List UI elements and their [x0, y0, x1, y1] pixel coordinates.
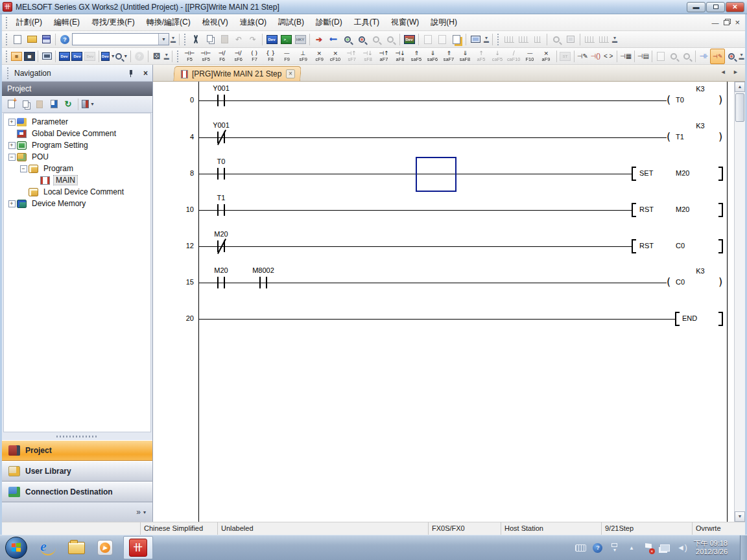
tree-expand-icon[interactable]: + [8, 200, 16, 207]
note-jump-icon[interactable] [449, 32, 464, 47]
new-project-icon[interactable] [10, 32, 25, 47]
contact-no[interactable]: Y001 [217, 95, 225, 106]
toolbar-overflow-icon[interactable]: ▾▬ [482, 32, 490, 47]
nav-project-button[interactable]: Project [2, 440, 152, 461]
file-explorer-icon[interactable] [67, 538, 86, 557]
toolbar-overflow-icon[interactable]: ▾▬ [169, 32, 177, 47]
volume-icon[interactable]: ◄) [676, 543, 687, 553]
action-center-icon[interactable] [643, 543, 654, 553]
network-icon[interactable] [659, 543, 670, 553]
contact-no[interactable]: T0 [217, 168, 225, 180]
read-from-plc-icon[interactable]: 🠔 [326, 32, 340, 47]
ladder-symbol-button[interactable]: ⊣⊢ sF5 [198, 49, 214, 64]
menu-item[interactable]: 計劃(P) [10, 15, 48, 30]
ladder-symbol-button[interactable]: ⊣⊢ F5 [182, 49, 198, 64]
ladder-symbol-button[interactable]: ⊣↓ sF8 [360, 49, 376, 64]
tree-item[interactable]: Global Device Comment [4, 128, 150, 139]
save-project-icon[interactable] [39, 32, 53, 47]
output-window-icon[interactable] [40, 49, 53, 64]
nav-more-buttons[interactable]: »▾ [2, 502, 152, 522]
find-binoculars-icon[interactable]: ⚄ [150, 49, 163, 64]
refresh-icon[interactable]: ↻ [62, 98, 75, 111]
device-display-icon[interactable]: Dev [402, 32, 416, 47]
device-comment-icon[interactable]: Dev [265, 32, 279, 47]
device-table-icon[interactable]: ⊣▦ [619, 49, 632, 64]
menu-item[interactable]: 轉換/編譯(C) [141, 15, 196, 30]
navigation-close-icon[interactable]: × [141, 69, 150, 78]
cut-icon[interactable] [189, 32, 203, 47]
ladder-symbol-button[interactable]: ⊣↑ aF7 [376, 49, 392, 64]
ladder-symbol-button[interactable]: × cF10 [327, 49, 344, 64]
restore-button[interactable] [706, 2, 725, 12]
edit-rung-icon[interactable]: < > [602, 49, 615, 64]
ladder-symbol-button[interactable]: — F10 [522, 49, 538, 64]
close-button[interactable]: ✕ [726, 2, 744, 12]
internet-explorer-icon[interactable]: e [38, 538, 58, 557]
tree-expand-icon[interactable]: − [8, 154, 16, 161]
start-button[interactable] [5, 537, 27, 559]
combo-dropdown-icon[interactable]: ▼ [158, 34, 169, 45]
device-monitor-icon[interactable]: >_ [279, 32, 293, 47]
menu-item[interactable]: 工具(T) [348, 15, 385, 30]
navigation-toggle-icon[interactable]: ⊞ [10, 49, 23, 64]
device-view-icon[interactable]: Dev▼ [101, 49, 115, 64]
ladder-symbol-button[interactable]: ⇓ saF8 [457, 49, 473, 64]
open-project-icon[interactable] [25, 32, 39, 47]
mdi-restore-button[interactable] [724, 20, 729, 25]
device-find-icon[interactable]: Dev [58, 49, 71, 64]
ladder-symbol-button[interactable]: ⊥ sF9 [295, 49, 311, 64]
instruction-device[interactable]: M20 [676, 205, 689, 213]
show-desktop-button[interactable] [740, 535, 747, 560]
ladder-symbol-button[interactable]: ↓ caF5 [490, 49, 506, 64]
scroll-down-icon[interactable]: ▼ [735, 511, 745, 522]
coil-device[interactable]: C0 [676, 278, 685, 286]
ladder-symbol-button[interactable]: ⊣/ sF6 [230, 49, 246, 64]
edit-contact-icon[interactable]: ⊣✎ [576, 49, 589, 64]
toolbar-overflow-icon[interactable]: ▾▬ [163, 49, 170, 64]
ladder-zoom-icon[interactable] [725, 49, 738, 64]
copy-data-icon[interactable] [19, 98, 32, 111]
edit-coil-icon[interactable]: ⊣() [589, 49, 602, 64]
help-tray-icon[interactable]: ? [592, 543, 603, 553]
ladder-symbol-button[interactable]: ⇑ saF5 [409, 49, 425, 64]
device-list-icon[interactable]: Dev [71, 49, 84, 64]
help-icon[interactable]: ? [58, 32, 72, 47]
ladder-symbol-button[interactable]: × aF9 [538, 49, 554, 64]
toolbar-overflow-icon[interactable]: ▾▬ [611, 32, 619, 47]
pin-icon[interactable] [127, 69, 135, 77]
tree-item[interactable]: − Program [4, 163, 150, 174]
contact-nc[interactable]: Y001 [217, 132, 225, 143]
monitor-mode-icon[interactable] [468, 32, 482, 47]
menu-item[interactable]: 視窗(W) [385, 15, 425, 30]
menu-item[interactable]: 連線(O) [234, 15, 272, 30]
nav-connection-destination-button[interactable]: Connection Destination [2, 482, 152, 502]
ladder-tree-icon[interactable]: ⊣⊦ [697, 49, 710, 64]
ladder-symbol-button[interactable]: ⊣/ F6 [214, 49, 230, 64]
ladder-symbol-button[interactable]: ⊣↑ sF7 [344, 49, 360, 64]
vertical-scrollbar[interactable]: ▲ ▼ [734, 82, 745, 522]
tree-item[interactable]: Local Device Comment [4, 186, 150, 198]
tree-item[interactable]: MAIN [4, 174, 150, 186]
instruction-op[interactable]: END [682, 314, 697, 322]
hotkey-icon[interactable]: HKY [293, 32, 307, 47]
copy-icon[interactable] [203, 32, 217, 47]
input-method-icon[interactable] [575, 543, 586, 553]
property-icon[interactable] [47, 98, 60, 111]
instruction-device[interactable]: M20 [676, 169, 689, 177]
tab-scroll-arrows[interactable]: ◄ ► [720, 69, 741, 75]
ladder-symbol-button[interactable]: { } F8 [263, 49, 279, 64]
nav-user-library-button[interactable]: User Library [2, 461, 152, 482]
tree-expand-icon[interactable]: + [8, 142, 16, 149]
tab-main-program[interactable]: [PRG]Write MAIN 21 Step × [173, 66, 301, 81]
ladder-symbol-button[interactable]: ↑ aF5 [473, 49, 490, 64]
ladder-symbol-button[interactable]: × cF9 [311, 49, 327, 64]
menu-item[interactable]: 檢視(V) [196, 15, 234, 30]
project-select-combobox[interactable]: ▼ [72, 33, 169, 45]
contact-nc[interactable]: M20 [217, 240, 225, 252]
gx-works2-taskbar-button[interactable]: 卄 [123, 536, 153, 559]
ladder-symbol-button[interactable]: ⊣↓ aF8 [392, 49, 409, 64]
comment-table-icon[interactable]: ⊣▤ [637, 49, 650, 64]
ladder-edit-mode-button[interactable]: ⊣✎ [710, 49, 725, 64]
instruction-op[interactable]: RST [639, 242, 654, 250]
ladder-symbol-button[interactable]: ⇑ saF7 [441, 49, 457, 64]
